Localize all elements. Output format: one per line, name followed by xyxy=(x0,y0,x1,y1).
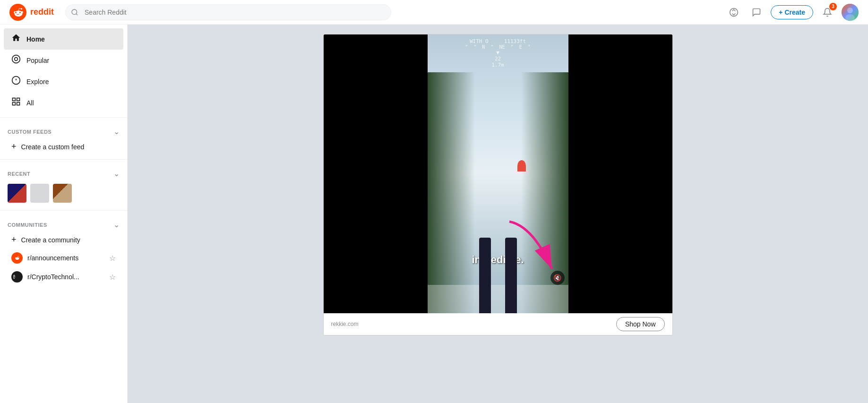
community-cryptotechnol-name: r/CryptoTechnol... xyxy=(27,273,104,281)
sidebar-item-explore-label: Explore xyxy=(26,78,49,86)
mute-button[interactable]: 🔇 xyxy=(550,271,565,285)
sidebar-item-all-label: All xyxy=(26,99,34,107)
video-container: WITH O 11133ft " " N " NE " E " ▼ 22 1.7… xyxy=(324,34,672,313)
hud-compass: " " N " NE " E " xyxy=(431,44,565,50)
shop-now-button[interactable]: Shop Now xyxy=(616,317,665,331)
sidebar-item-explore[interactable]: Explore xyxy=(4,71,123,92)
popular-icon xyxy=(11,54,21,66)
notification-badge: 3 xyxy=(829,3,837,10)
post-footer: rekkie.com Shop Now xyxy=(324,313,672,335)
user-avatar[interactable] xyxy=(842,4,859,21)
sidebar: Home Popular Explore All CUSTOM FEEDS ⌄ xyxy=(0,25,128,403)
recent-icon-3[interactable] xyxy=(53,184,72,203)
hud-triangle: ▼ xyxy=(431,50,565,56)
create-community-label: Create a community xyxy=(21,236,80,244)
hud-number: 22 xyxy=(431,56,565,62)
video-center: WITH O 11133ft " " N " NE " E " ▼ 22 1.7… xyxy=(428,34,568,313)
video-left-black xyxy=(324,34,428,313)
nav-right: + Create 3 xyxy=(725,4,859,21)
chat-icon-btn[interactable] xyxy=(748,4,765,21)
community-avatar-cryptotechnol: ₿ xyxy=(11,271,23,283)
sidebar-item-home[interactable]: Home xyxy=(4,28,123,50)
chat-icon xyxy=(752,8,761,17)
svg-point-2 xyxy=(19,12,21,13)
divider-2 xyxy=(0,159,127,160)
notifications-button[interactable]: 3 xyxy=(819,4,836,21)
recent-icon-1[interactable] xyxy=(8,184,26,203)
divider-3 xyxy=(0,210,127,211)
custom-feeds-label: CUSTOM FEEDS xyxy=(8,129,52,135)
svg-text:₿: ₿ xyxy=(13,274,15,279)
svg-rect-13 xyxy=(17,103,20,105)
hud-text: WITH O 11133ft xyxy=(431,38,565,44)
svg-point-1 xyxy=(15,12,17,13)
create-community-item[interactable]: + Create a community xyxy=(4,231,123,249)
video-right-black xyxy=(568,34,672,313)
feed-container: WITH O 11133ft " " N " NE " E " ▼ 22 1.7… xyxy=(323,34,673,394)
community-cryptotechnol-star[interactable]: ☆ xyxy=(109,273,116,282)
home-icon xyxy=(11,33,21,45)
communities-toggle[interactable]: ⌄ xyxy=(113,220,120,229)
communities-label: COMMUNITIES xyxy=(8,222,47,228)
add-custom-feed-icon: + xyxy=(11,142,17,152)
video-background: WITH O 11133ft " " N " NE " E " ▼ 22 1.7… xyxy=(324,34,672,313)
hud-overlay: WITH O 11133ft " " N " NE " E " ▼ 22 1.7… xyxy=(428,34,568,72)
post-card: WITH O 11133ft " " N " NE " E " ▼ 22 1.7… xyxy=(323,34,673,335)
sidebar-item-all[interactable]: All xyxy=(4,92,123,113)
community-item-announcements[interactable]: r/announcements ☆ xyxy=(4,249,123,267)
divider-1 xyxy=(0,117,127,118)
all-icon xyxy=(11,97,21,109)
trees-left xyxy=(428,72,475,313)
svg-point-9 xyxy=(15,58,18,61)
svg-rect-12 xyxy=(17,98,20,101)
reddit-logo-icon xyxy=(9,4,26,21)
community-announcements-star[interactable]: ☆ xyxy=(109,254,116,263)
recent-toggle[interactable]: ⌄ xyxy=(113,169,120,178)
recent-header: RECENT ⌄ xyxy=(0,163,127,180)
svg-point-3 xyxy=(72,9,77,15)
communities-header: COMMUNITIES ⌄ xyxy=(0,214,127,231)
awards-icon-btn[interactable] xyxy=(725,4,742,21)
search-bar-container xyxy=(65,4,391,20)
create-label: Create xyxy=(784,9,805,16)
community-announcements-name: r/announcements xyxy=(27,254,104,262)
ski-tip-left xyxy=(479,238,491,313)
create-custom-feed-label: Create a custom feed xyxy=(21,143,85,151)
search-icon xyxy=(71,9,78,16)
skier xyxy=(517,160,526,171)
main-content: WITH O 11133ft " " N " NE " E " ▼ 22 1.7… xyxy=(128,25,868,403)
recent-icons-row xyxy=(0,180,127,206)
create-plus-icon: + xyxy=(779,9,782,16)
search-input[interactable] xyxy=(65,4,391,20)
create-custom-feed-item[interactable]: + Create a custom feed xyxy=(4,138,123,155)
community-avatar-announcements xyxy=(11,252,23,264)
avatar-icon xyxy=(842,4,859,21)
logo-link[interactable]: reddit xyxy=(9,4,54,21)
community-item-cryptotechnol[interactable]: ₿ r/CryptoTechnol... ☆ xyxy=(4,267,123,286)
svg-point-8 xyxy=(12,55,20,63)
sidebar-item-home-label: Home xyxy=(26,35,45,43)
ski-tips xyxy=(479,238,517,313)
ski-tip-right xyxy=(505,238,517,313)
custom-feeds-header: CUSTOM FEEDS ⌄ xyxy=(0,121,127,138)
add-community-icon: + xyxy=(11,235,17,245)
svg-point-6 xyxy=(847,8,853,13)
mute-icon: 🔇 xyxy=(553,274,561,282)
explore-icon xyxy=(11,76,21,87)
logo-text: reddit xyxy=(30,7,54,17)
awards-icon xyxy=(729,8,739,17)
hud-distance: 1.7m xyxy=(431,62,565,68)
svg-rect-11 xyxy=(13,98,16,101)
create-button[interactable]: + Create xyxy=(771,5,813,19)
svg-rect-14 xyxy=(13,103,16,105)
custom-feeds-toggle[interactable]: ⌄ xyxy=(113,127,120,136)
recent-icon-2[interactable] xyxy=(30,184,49,203)
topnav: reddit + Create xyxy=(0,0,868,25)
sidebar-item-popular[interactable]: Popular xyxy=(4,50,123,71)
page-layout: Home Popular Explore All CUSTOM FEEDS ⌄ xyxy=(0,25,868,403)
post-source: rekkie.com xyxy=(331,321,359,327)
recent-label: RECENT xyxy=(8,171,30,177)
sidebar-item-popular-label: Popular xyxy=(26,57,49,64)
